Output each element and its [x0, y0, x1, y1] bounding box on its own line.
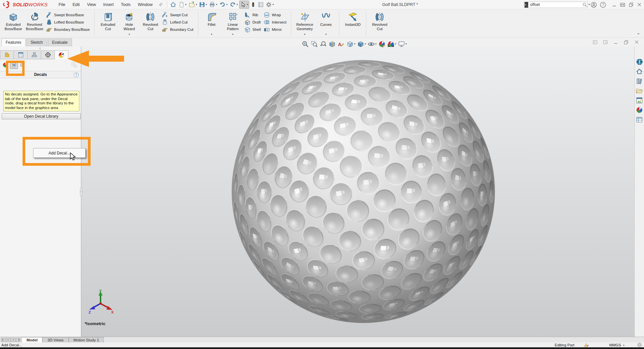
view-orientation-button[interactable]: ▾	[346, 40, 356, 48]
account-icon[interactable]	[591, 2, 597, 8]
zoom-to-fit-button[interactable]	[301, 40, 309, 48]
boundary-cut-button[interactable]: Boundary Cut	[161, 26, 195, 33]
flyout-caret-icon[interactable]: ▾	[128, 33, 130, 36]
instant3d-button[interactable]: Instant3D	[342, 11, 363, 36]
annotation-visibility-button[interactable]: A	[337, 40, 345, 48]
expand-panes-icon[interactable]	[620, 2, 625, 8]
doc-tab-model[interactable]: Model	[22, 337, 42, 342]
graphics-area[interactable]: Y X Z *Isometric	[81, 46, 634, 337]
redo-button[interactable]: ▾	[229, 1, 239, 8]
previous-view-button[interactable]	[319, 40, 327, 48]
undo-button[interactable]: ▾	[219, 1, 228, 8]
restore-icon[interactable]	[623, 39, 629, 45]
tab-sketch[interactable]: Sketch	[26, 38, 47, 46]
extruded-boss-button[interactable]: ExtrudedBoss/Base	[3, 11, 24, 36]
menu-insert[interactable]: Insert	[100, 1, 117, 9]
search-box[interactable]: >_ ▾	[524, 2, 588, 8]
curves-button[interactable]: Curves▾	[315, 11, 336, 36]
decals-help-icon[interactable]: ?	[74, 72, 79, 77]
hide-show-items-button[interactable]: ▾	[367, 40, 377, 48]
view-palette-tab[interactable]	[635, 96, 644, 104]
configuration-manager-tab[interactable]	[27, 50, 41, 59]
revolved-cut-button[interactable]: RevolvedCut	[369, 11, 390, 36]
tag-icon[interactable]	[637, 342, 642, 347]
flyout-caret-icon[interactable]: ▾	[211, 33, 212, 36]
tab-first-icon[interactable]	[1, 338, 6, 342]
options-list-button[interactable]	[257, 1, 264, 8]
intersect-button[interactable]: Intersect	[263, 19, 288, 26]
menu-window[interactable]: Window	[134, 1, 156, 9]
select-cursor-button[interactable]: ▾	[239, 1, 249, 9]
revolved-cut-button[interactable]: RevolvedCut	[140, 11, 161, 36]
tab-last-icon[interactable]	[16, 338, 21, 342]
view-settings-button[interactable]: ▾	[397, 40, 407, 48]
doc-tab-3d-views[interactable]: 3D Views	[42, 337, 68, 342]
lofted-boss-button[interactable]: Lofted Boss/Base	[45, 19, 92, 26]
search-input[interactable]	[530, 2, 582, 7]
decals-cylinder-tool[interactable]	[10, 61, 18, 69]
file-explorer-tab[interactable]	[635, 87, 644, 95]
units-label[interactable]: MMGS	[609, 343, 621, 347]
pin-menu-icon[interactable]	[158, 2, 163, 7]
swept-boss-button[interactable]: Swept Boss/Base	[45, 11, 92, 19]
pane-right-icon[interactable]	[603, 40, 608, 45]
extruded-cut-button[interactable]: ExtrudedCut	[97, 11, 118, 36]
wrap-button[interactable]: Wrap	[263, 11, 288, 19]
apply-scene-button[interactable]: ▾	[387, 40, 396, 48]
draft-button[interactable]: Draft	[244, 19, 263, 26]
magnifier-icon[interactable]	[582, 2, 587, 7]
menu-edit[interactable]: Edit	[69, 1, 84, 9]
threedexperience-tab[interactable]	[635, 58, 644, 66]
doc-tab-motion-study-1[interactable]: Motion Study 1	[69, 337, 104, 342]
lofted-cut-button[interactable]: Lofted Cut	[161, 19, 195, 26]
panel-splitter-dot[interactable]	[39, 47, 41, 49]
fillet-button[interactable]: Fillet▾	[201, 11, 222, 36]
flyout-caret-icon[interactable]: ▾	[304, 33, 305, 36]
reference-geometry-button[interactable]: ReferenceGeometry▾	[294, 11, 315, 36]
feature-tree-tab[interactable]	[0, 50, 14, 59]
appearances-scenes-tab[interactable]	[635, 106, 644, 114]
units-caret-icon[interactable]: ▴	[623, 344, 624, 346]
panel-splitter-handle[interactable]	[80, 188, 82, 196]
collapse-ribbon-chevron-icon[interactable]: ⌃	[637, 32, 640, 37]
save-button[interactable]: ▾	[198, 1, 208, 8]
restore-icon[interactable]	[628, 2, 634, 7]
display-style-button[interactable]: ▾	[357, 40, 366, 48]
zoom-to-area-button[interactable]	[310, 40, 318, 48]
help-icon[interactable]: ?	[600, 2, 606, 8]
boundary-boss-button[interactable]: Boundary Boss/Base	[45, 26, 92, 33]
print-button[interactable]: ▾	[208, 1, 218, 8]
pane-left-icon[interactable]	[593, 40, 598, 45]
new-doc-button[interactable]: ▾	[178, 1, 187, 8]
scene-lights-tool[interactable]	[19, 61, 27, 69]
edit-appearance-button[interactable]	[378, 40, 386, 48]
rebuild-traffic-light-button[interactable]	[250, 1, 256, 8]
tab-next-icon[interactable]	[11, 338, 16, 342]
hole-wizard-button[interactable]: HoleWizard▾	[118, 11, 140, 36]
display-manager-tab[interactable]	[54, 50, 68, 59]
add-decal-context-menu[interactable]: Add Decal...	[33, 148, 86, 158]
property-manager-tab[interactable]	[14, 50, 28, 59]
flyout-caret-icon[interactable]: ▾	[232, 33, 234, 36]
close-icon[interactable]	[634, 39, 639, 45]
menu-view[interactable]: View	[83, 1, 100, 9]
revolved-boss-button[interactable]: RevolvedBoss/Base	[24, 11, 45, 36]
design-library-tab[interactable]	[635, 77, 644, 85]
golf-ball-model[interactable]	[81, 46, 634, 337]
menu-tools[interactable]: Tools	[117, 1, 134, 9]
open-decal-library-button[interactable]: Open Decal Library	[2, 113, 81, 119]
tab-evaluate[interactable]: Evaluate	[48, 38, 72, 46]
custom-properties-tab[interactable]	[635, 115, 644, 124]
menu-file[interactable]: File	[55, 1, 69, 9]
swept-cut-button[interactable]: Swept Cut	[161, 11, 195, 19]
mirror-button[interactable]: Mirror	[263, 26, 288, 33]
minimize-icon[interactable]	[613, 40, 618, 45]
add-decal-menu-item[interactable]: Add Decal...	[48, 151, 70, 155]
linear-pattern-button[interactable]: LinearPattern▾	[222, 11, 244, 36]
tab-features[interactable]: Features	[1, 38, 26, 46]
tab-prev-icon[interactable]	[6, 338, 11, 342]
home-button[interactable]	[169, 1, 177, 9]
dimxpert-tab[interactable]	[41, 50, 55, 59]
solidworks-resources-tab[interactable]	[635, 67, 644, 76]
minimize-icon[interactable]	[612, 2, 617, 7]
